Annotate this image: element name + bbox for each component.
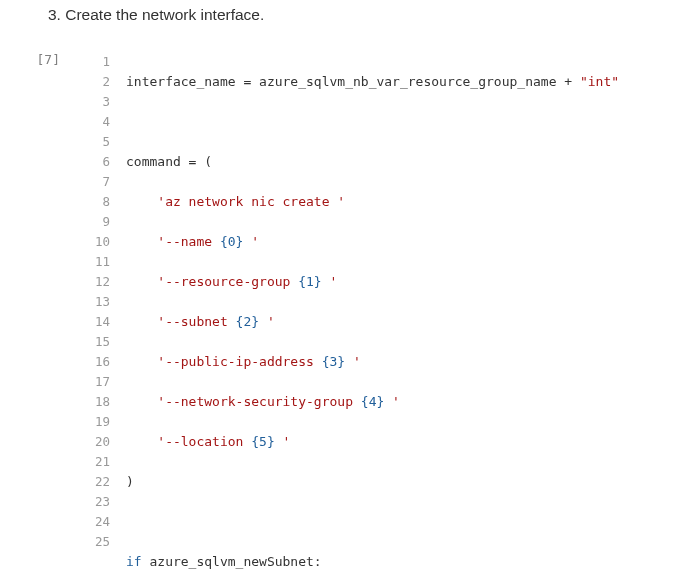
line-number: 12 [76,272,110,292]
line-number: 8 [76,192,110,212]
line-number: 3 [76,92,110,112]
line-number: 25 [76,532,110,552]
line-number: 16 [76,352,110,372]
line-number: 18 [76,392,110,412]
code-line: if azure_sqlvm_newSubnet: [126,552,679,572]
cell-prompt: [7] [0,46,68,67]
line-number: 10 [76,232,110,252]
code-body[interactable]: interface_name = azure_sqlvm_nb_var_reso… [118,46,687,582]
line-number: 23 [76,492,110,512]
line-number: 14 [76,312,110,332]
line-number: 21 [76,452,110,472]
code-line: interface_name = azure_sqlvm_nb_var_reso… [126,72,679,92]
line-number: 24 [76,512,110,532]
code-line [126,112,679,132]
line-number: 2 [76,72,110,92]
code-line: '--resource-group {1} ' [126,272,679,292]
line-number: 4 [76,112,110,132]
line-number: 9 [76,212,110,232]
line-number: 20 [76,432,110,452]
code-line: ) [126,472,679,492]
line-number: 6 [76,152,110,172]
code-line [126,512,679,532]
step-text: Create the network interface. [65,6,264,23]
code-line: 'az network nic create ' [126,192,679,212]
code-line: '--network-security-group {4} ' [126,392,679,412]
line-number: 5 [76,132,110,152]
step-heading: 3. Create the network interface. [0,0,687,42]
code-cell: [7] 123456789101112131415161718192021222… [0,42,687,582]
code-line: '--location {5} ' [126,432,679,452]
line-number: 22 [76,472,110,492]
line-number-gutter: 1234567891011121314151617181920212223242… [68,46,118,582]
line-number: 1 [76,52,110,72]
code-line: '--name {0} ' [126,232,679,252]
line-number: 13 [76,292,110,312]
code-editor[interactable]: 1234567891011121314151617181920212223242… [68,46,687,582]
line-number: 11 [76,252,110,272]
code-line: '--subnet {2} ' [126,312,679,332]
line-number: 15 [76,332,110,352]
line-number: 7 [76,172,110,192]
code-line: '--public-ip-address {3} ' [126,352,679,372]
line-number: 19 [76,412,110,432]
line-number: 17 [76,372,110,392]
step-number: 3. [48,6,61,23]
code-line: command = ( [126,152,679,172]
